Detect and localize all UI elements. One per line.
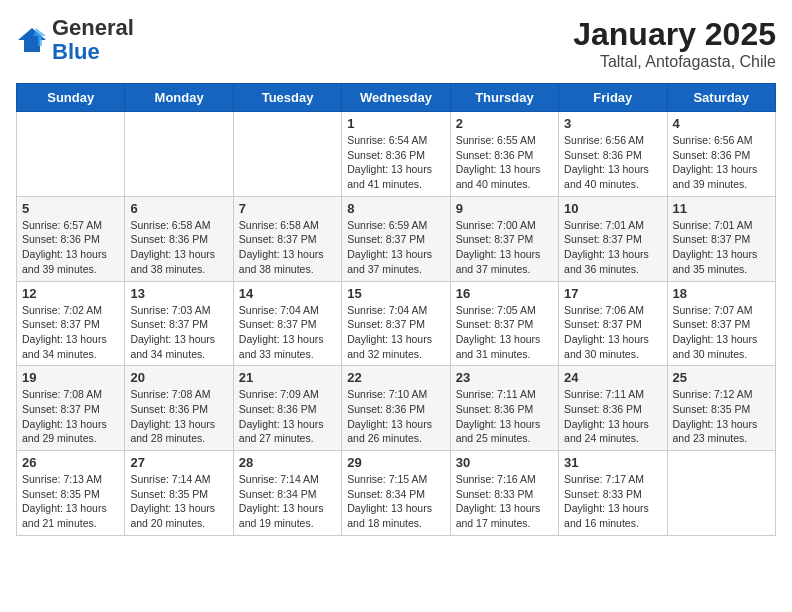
day-info: Sunrise: 6:54 AM Sunset: 8:36 PM Dayligh… [347,133,444,192]
day-info: Sunrise: 7:08 AM Sunset: 8:37 PM Dayligh… [22,387,119,446]
logo: General Blue [16,16,134,64]
calendar-day: 23Sunrise: 7:11 AM Sunset: 8:36 PM Dayli… [450,366,558,451]
weekday-header-wednesday: Wednesday [342,84,450,112]
calendar-day: 17Sunrise: 7:06 AM Sunset: 8:37 PM Dayli… [559,281,667,366]
weekday-header-monday: Monday [125,84,233,112]
day-info: Sunrise: 7:02 AM Sunset: 8:37 PM Dayligh… [22,303,119,362]
calendar-day: 15Sunrise: 7:04 AM Sunset: 8:37 PM Dayli… [342,281,450,366]
day-info: Sunrise: 7:14 AM Sunset: 8:35 PM Dayligh… [130,472,227,531]
day-info: Sunrise: 6:58 AM Sunset: 8:37 PM Dayligh… [239,218,336,277]
day-number: 10 [564,201,661,216]
calendar-day: 12Sunrise: 7:02 AM Sunset: 8:37 PM Dayli… [17,281,125,366]
day-info: Sunrise: 7:07 AM Sunset: 8:37 PM Dayligh… [673,303,770,362]
calendar-week-5: 26Sunrise: 7:13 AM Sunset: 8:35 PM Dayli… [17,451,776,536]
calendar-day: 7Sunrise: 6:58 AM Sunset: 8:37 PM Daylig… [233,196,341,281]
day-info: Sunrise: 7:03 AM Sunset: 8:37 PM Dayligh… [130,303,227,362]
calendar-week-2: 5Sunrise: 6:57 AM Sunset: 8:36 PM Daylig… [17,196,776,281]
calendar-day: 18Sunrise: 7:07 AM Sunset: 8:37 PM Dayli… [667,281,775,366]
day-info: Sunrise: 7:00 AM Sunset: 8:37 PM Dayligh… [456,218,553,277]
day-info: Sunrise: 6:59 AM Sunset: 8:37 PM Dayligh… [347,218,444,277]
day-info: Sunrise: 7:01 AM Sunset: 8:37 PM Dayligh… [673,218,770,277]
day-info: Sunrise: 7:01 AM Sunset: 8:37 PM Dayligh… [564,218,661,277]
day-number: 20 [130,370,227,385]
calendar-day: 20Sunrise: 7:08 AM Sunset: 8:36 PM Dayli… [125,366,233,451]
day-info: Sunrise: 7:14 AM Sunset: 8:34 PM Dayligh… [239,472,336,531]
calendar-day: 22Sunrise: 7:10 AM Sunset: 8:36 PM Dayli… [342,366,450,451]
calendar-day: 4Sunrise: 6:56 AM Sunset: 8:36 PM Daylig… [667,112,775,197]
day-info: Sunrise: 6:55 AM Sunset: 8:36 PM Dayligh… [456,133,553,192]
day-number: 5 [22,201,119,216]
calendar-day: 19Sunrise: 7:08 AM Sunset: 8:37 PM Dayli… [17,366,125,451]
logo-icon [16,26,48,54]
calendar-day: 16Sunrise: 7:05 AM Sunset: 8:37 PM Dayli… [450,281,558,366]
calendar-day [125,112,233,197]
calendar-day: 27Sunrise: 7:14 AM Sunset: 8:35 PM Dayli… [125,451,233,536]
day-number: 26 [22,455,119,470]
day-number: 18 [673,286,770,301]
day-info: Sunrise: 6:56 AM Sunset: 8:36 PM Dayligh… [673,133,770,192]
weekday-header-saturday: Saturday [667,84,775,112]
day-number: 8 [347,201,444,216]
calendar-day: 2Sunrise: 6:55 AM Sunset: 8:36 PM Daylig… [450,112,558,197]
day-number: 3 [564,116,661,131]
calendar-day: 9Sunrise: 7:00 AM Sunset: 8:37 PM Daylig… [450,196,558,281]
day-number: 14 [239,286,336,301]
calendar-subtitle: Taltal, Antofagasta, Chile [573,53,776,71]
calendar-week-3: 12Sunrise: 7:02 AM Sunset: 8:37 PM Dayli… [17,281,776,366]
day-number: 31 [564,455,661,470]
calendar-day: 21Sunrise: 7:09 AM Sunset: 8:36 PM Dayli… [233,366,341,451]
day-info: Sunrise: 7:09 AM Sunset: 8:36 PM Dayligh… [239,387,336,446]
day-info: Sunrise: 6:56 AM Sunset: 8:36 PM Dayligh… [564,133,661,192]
calendar-day: 8Sunrise: 6:59 AM Sunset: 8:37 PM Daylig… [342,196,450,281]
calendar-day: 1Sunrise: 6:54 AM Sunset: 8:36 PM Daylig… [342,112,450,197]
day-number: 7 [239,201,336,216]
day-number: 19 [22,370,119,385]
day-number: 30 [456,455,553,470]
calendar-day: 30Sunrise: 7:16 AM Sunset: 8:33 PM Dayli… [450,451,558,536]
day-number: 21 [239,370,336,385]
day-number: 11 [673,201,770,216]
day-info: Sunrise: 7:15 AM Sunset: 8:34 PM Dayligh… [347,472,444,531]
weekday-header-sunday: Sunday [17,84,125,112]
day-number: 13 [130,286,227,301]
day-number: 23 [456,370,553,385]
calendar-day: 26Sunrise: 7:13 AM Sunset: 8:35 PM Dayli… [17,451,125,536]
weekday-header-row: SundayMondayTuesdayWednesdayThursdayFrid… [17,84,776,112]
day-number: 16 [456,286,553,301]
day-info: Sunrise: 7:11 AM Sunset: 8:36 PM Dayligh… [564,387,661,446]
calendar-day: 24Sunrise: 7:11 AM Sunset: 8:36 PM Dayli… [559,366,667,451]
day-number: 12 [22,286,119,301]
calendar-day [667,451,775,536]
day-number: 9 [456,201,553,216]
day-info: Sunrise: 7:05 AM Sunset: 8:37 PM Dayligh… [456,303,553,362]
day-number: 24 [564,370,661,385]
day-info: Sunrise: 6:57 AM Sunset: 8:36 PM Dayligh… [22,218,119,277]
calendar-day [17,112,125,197]
day-info: Sunrise: 7:12 AM Sunset: 8:35 PM Dayligh… [673,387,770,446]
day-info: Sunrise: 7:16 AM Sunset: 8:33 PM Dayligh… [456,472,553,531]
calendar-day: 14Sunrise: 7:04 AM Sunset: 8:37 PM Dayli… [233,281,341,366]
day-info: Sunrise: 7:13 AM Sunset: 8:35 PM Dayligh… [22,472,119,531]
logo-blue: Blue [52,39,100,64]
day-number: 17 [564,286,661,301]
day-number: 29 [347,455,444,470]
day-info: Sunrise: 7:08 AM Sunset: 8:36 PM Dayligh… [130,387,227,446]
day-number: 4 [673,116,770,131]
day-number: 22 [347,370,444,385]
calendar-week-4: 19Sunrise: 7:08 AM Sunset: 8:37 PM Dayli… [17,366,776,451]
day-info: Sunrise: 7:04 AM Sunset: 8:37 PM Dayligh… [347,303,444,362]
calendar-day: 11Sunrise: 7:01 AM Sunset: 8:37 PM Dayli… [667,196,775,281]
calendar-day: 29Sunrise: 7:15 AM Sunset: 8:34 PM Dayli… [342,451,450,536]
calendar-day: 31Sunrise: 7:17 AM Sunset: 8:33 PM Dayli… [559,451,667,536]
calendar-day: 5Sunrise: 6:57 AM Sunset: 8:36 PM Daylig… [17,196,125,281]
day-number: 28 [239,455,336,470]
calendar-day: 25Sunrise: 7:12 AM Sunset: 8:35 PM Dayli… [667,366,775,451]
calendar-table: SundayMondayTuesdayWednesdayThursdayFrid… [16,83,776,536]
day-number: 6 [130,201,227,216]
calendar-day: 6Sunrise: 6:58 AM Sunset: 8:36 PM Daylig… [125,196,233,281]
logo-general: General [52,15,134,40]
calendar-day: 10Sunrise: 7:01 AM Sunset: 8:37 PM Dayli… [559,196,667,281]
day-number: 2 [456,116,553,131]
calendar-day [233,112,341,197]
title-block: January 2025 Taltal, Antofagasta, Chile [573,16,776,71]
